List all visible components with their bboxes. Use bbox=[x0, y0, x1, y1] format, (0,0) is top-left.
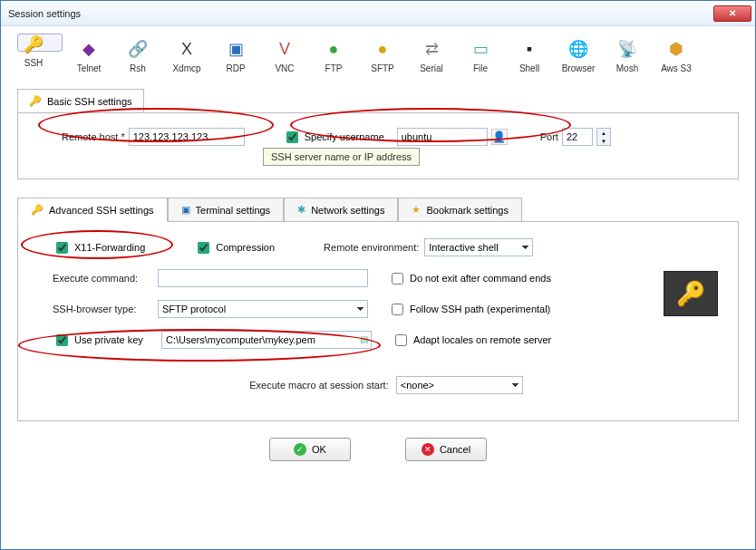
serial-icon: ⇄ bbox=[421, 38, 442, 60]
tab-basic-ssh[interactable]: 🔑 Basic SSH settings bbox=[17, 89, 144, 112]
mosh-icon: 📡 bbox=[616, 38, 638, 60]
specify-username-check[interactable] bbox=[286, 131, 298, 143]
remote-env-select[interactable]: Interactive shell bbox=[424, 238, 533, 256]
exec-cmd-input[interactable] bbox=[158, 269, 368, 287]
key-icon: 🔑 bbox=[29, 95, 42, 107]
private-key-check[interactable] bbox=[56, 334, 68, 346]
remote-host-tooltip: SSH server name or IP address bbox=[263, 148, 420, 166]
username-input[interactable] bbox=[397, 128, 488, 146]
session-type-sftp[interactable]: ●SFTP bbox=[360, 34, 405, 78]
tab-icon: ▣ bbox=[181, 204, 190, 216]
cancel-icon: ✕ bbox=[422, 443, 434, 456]
browser-icon: 🌐 bbox=[567, 38, 589, 60]
session-type-aws-s3[interactable]: ⬢Aws S3 bbox=[654, 34, 699, 78]
session-settings-dialog: Session settings ✕ 🔑SSH◆Telnet🔗RshXXdmcp… bbox=[0, 0, 756, 550]
key-illustration-icon: 🔑 bbox=[664, 271, 718, 316]
session-type-toolbar: 🔑SSH◆Telnet🔗RshXXdmcp▣RDPVVNC●FTP●SFTP⇄S… bbox=[1, 26, 755, 78]
rdp-icon: ▣ bbox=[225, 38, 247, 60]
tab-terminal-settings[interactable]: ▣Terminal settings bbox=[168, 198, 285, 221]
x11-check[interactable] bbox=[56, 242, 68, 254]
file-icon: ▭ bbox=[470, 38, 491, 60]
no-exit-check[interactable] bbox=[392, 273, 403, 285]
x11-label: X11-Forwarding bbox=[74, 242, 145, 253]
exec-cmd-label: Execute command: bbox=[53, 273, 152, 284]
toolbar-label: Shell bbox=[519, 63, 539, 73]
toolbar-label: SFTP bbox=[371, 63, 394, 73]
rsh-icon: 🔗 bbox=[127, 38, 149, 60]
session-type-shell[interactable]: ▪Shell bbox=[507, 34, 552, 78]
ftp-icon: ● bbox=[323, 38, 344, 60]
private-key-input[interactable] bbox=[161, 331, 372, 349]
x11-forwarding-checkbox[interactable]: X11-Forwarding bbox=[53, 239, 145, 256]
session-type-browser[interactable]: 🌐Browser bbox=[556, 34, 601, 78]
compression-checkbox[interactable]: Compression bbox=[194, 239, 275, 256]
toolbar-label: File bbox=[473, 63, 488, 73]
session-type-serial[interactable]: ⇄Serial bbox=[409, 34, 454, 78]
browser-type-select[interactable]: SFTP protocol bbox=[158, 300, 368, 318]
tab-advanced-ssh-settings[interactable]: 🔑Advanced SSH settings bbox=[17, 198, 168, 222]
no-exit-checkbox[interactable]: Do not exit after command ends bbox=[388, 270, 551, 287]
compression-check[interactable] bbox=[198, 242, 209, 254]
session-type-rsh[interactable]: 🔗Rsh bbox=[115, 34, 160, 78]
cancel-label: Cancel bbox=[440, 444, 470, 455]
ok-button[interactable]: ✓ OK bbox=[269, 438, 351, 461]
remote-host-label: Remote host * bbox=[62, 131, 125, 142]
toolbar-label: SSH bbox=[24, 58, 44, 68]
toolbar-label: VNC bbox=[275, 63, 294, 73]
ok-label: OK bbox=[312, 444, 326, 455]
session-type-vnc[interactable]: VVNC bbox=[262, 34, 307, 78]
titlebar: Session settings ✕ bbox=[1, 1, 755, 26]
tab-label: Advanced SSH settings bbox=[49, 205, 154, 216]
basic-ssh-panel: Remote host * Specify username 👤 Port ▲ … bbox=[17, 112, 739, 179]
toolbar-label: Serial bbox=[420, 63, 443, 73]
port-spinner[interactable]: ▲ ▼ bbox=[596, 128, 611, 146]
session-type-rdp[interactable]: ▣RDP bbox=[213, 34, 258, 78]
toolbar-label: Aws S3 bbox=[661, 63, 692, 73]
toolbar-label: RDP bbox=[226, 63, 245, 73]
tab-label: Terminal settings bbox=[196, 205, 271, 216]
tab-icon: ✱ bbox=[297, 204, 305, 216]
no-exit-label: Do not exit after command ends bbox=[410, 273, 551, 284]
session-type-mosh[interactable]: 📡Mosh bbox=[605, 34, 650, 78]
port-down[interactable]: ▼ bbox=[597, 137, 610, 145]
private-key-checkbox[interactable]: Use private key bbox=[53, 332, 156, 349]
follow-path-checkbox[interactable]: Follow SSH path (experimental) bbox=[388, 301, 550, 318]
adapt-locales-check[interactable] bbox=[395, 334, 407, 346]
port-input[interactable] bbox=[562, 128, 593, 146]
session-type-ssh[interactable]: 🔑SSH bbox=[17, 34, 63, 52]
advanced-ssh-panel: X11-Forwarding Compression Remote enviro… bbox=[17, 222, 739, 421]
tab-bookmark-settings[interactable]: ★Bookmark settings bbox=[398, 198, 521, 221]
session-type-file[interactable]: ▭File bbox=[458, 34, 503, 78]
user-picker-icon[interactable]: 👤 bbox=[491, 129, 508, 145]
toolbar-label: Rsh bbox=[130, 63, 146, 73]
tab-icon: 🔑 bbox=[31, 204, 44, 216]
file-browse-icon[interactable]: ▤ bbox=[357, 333, 370, 345]
macro-select[interactable]: <none> bbox=[396, 376, 523, 394]
settings-subtabs: 🔑Advanced SSH settings▣Terminal settings… bbox=[17, 198, 739, 222]
remote-host-input[interactable] bbox=[129, 128, 245, 146]
shell-icon: ▪ bbox=[519, 38, 540, 60]
toolbar-label: Xdmcp bbox=[172, 63, 200, 73]
window-title: Session settings bbox=[8, 8, 713, 19]
follow-path-check[interactable] bbox=[392, 304, 403, 315]
tab-label: Bookmark settings bbox=[426, 205, 508, 216]
specify-username-checkbox[interactable]: Specify username bbox=[283, 129, 384, 146]
tab-network-settings[interactable]: ✱Network settings bbox=[284, 198, 398, 221]
tab-icon: ★ bbox=[412, 204, 421, 216]
toolbar-label: FTP bbox=[325, 63, 343, 73]
browser-type-label: SSH-browser type: bbox=[53, 304, 152, 314]
toolbar-label: Telnet bbox=[77, 63, 102, 73]
port-label: Port bbox=[540, 131, 558, 142]
xdmcp-icon: X bbox=[176, 38, 198, 60]
cancel-button[interactable]: ✕ Cancel bbox=[405, 438, 487, 461]
session-type-xdmcp[interactable]: XXdmcp bbox=[164, 34, 209, 78]
close-button[interactable]: ✕ bbox=[713, 5, 751, 22]
session-type-telnet[interactable]: ◆Telnet bbox=[66, 34, 111, 78]
adapt-locales-checkbox[interactable]: Adapt locales on remote server bbox=[392, 332, 551, 349]
remote-env-label: Remote environment: bbox=[324, 242, 419, 253]
toolbar-label: Browser bbox=[562, 63, 596, 73]
session-type-ftp[interactable]: ●FTP bbox=[311, 34, 356, 78]
adapt-locales-label: Adapt locales on remote server bbox=[413, 334, 551, 345]
telnet-icon: ◆ bbox=[78, 38, 100, 60]
port-up[interactable]: ▲ bbox=[597, 129, 610, 137]
